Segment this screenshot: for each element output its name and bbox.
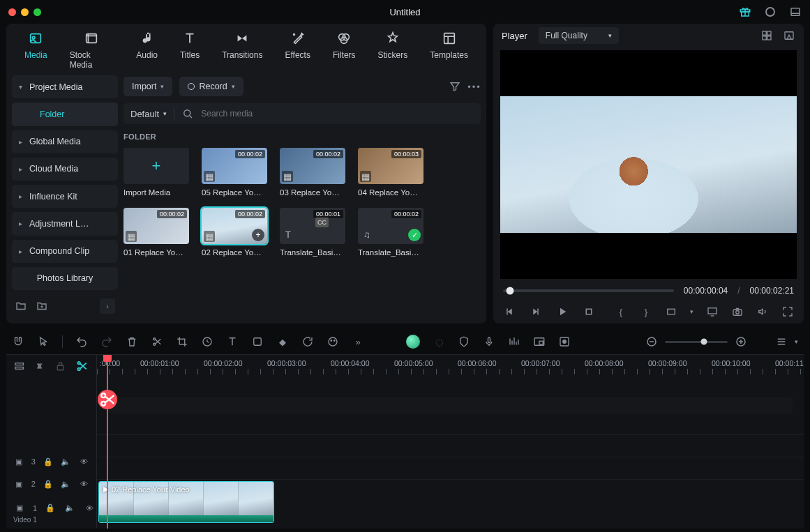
- zoom-in-icon[interactable]: [735, 335, 747, 348]
- monitor-icon[interactable]: [706, 305, 719, 318]
- sort-dropdown[interactable]: Default▾: [130, 109, 167, 119]
- clip-01[interactable]: 00:00:02▦01 Replace Yo…: [123, 208, 189, 257]
- lock-icon[interactable]: [54, 360, 66, 372]
- tab-stickers[interactable]: Stickers: [378, 31, 408, 70]
- keyframe-icon[interactable]: ◆: [276, 335, 289, 348]
- ratio-icon[interactable]: [665, 305, 677, 318]
- sidebar-project-media[interactable]: ▾Project Media: [12, 75, 118, 98]
- mic-icon[interactable]: [483, 335, 495, 348]
- sidebar-influence-kit[interactable]: ▸Influence Kit: [12, 185, 118, 208]
- minimize-window[interactable]: [21, 8, 29, 16]
- mute-icon[interactable]: 🔈: [63, 502, 76, 515]
- sidebar-global-media[interactable]: ▸Global Media: [12, 130, 118, 153]
- playhead-scissor-icon[interactable]: [98, 390, 117, 409]
- ai-avatar-icon[interactable]: [406, 335, 420, 349]
- more-icon[interactable]: •••: [468, 80, 481, 93]
- clip-translate-1[interactable]: 00:00:01TCCTranslate_Basi…: [280, 208, 345, 257]
- lock-icon[interactable]: 🔒: [44, 502, 57, 515]
- clip-02[interactable]: 00:00:02▦+02 Replace Yo…: [202, 208, 267, 257]
- pip-icon[interactable]: [533, 335, 546, 348]
- track-header-3[interactable]: ▣3🔒🔈👁: [6, 450, 96, 473]
- marker-icon[interactable]: ◌: [433, 335, 445, 348]
- link-icon[interactable]: [33, 360, 45, 372]
- stop-icon[interactable]: [583, 305, 595, 318]
- player-scrubber[interactable]: [503, 289, 674, 292]
- snapshot-view-icon[interactable]: [783, 29, 795, 42]
- mark-out-icon[interactable]: }: [640, 305, 652, 318]
- new-folder-icon[interactable]: [15, 300, 27, 312]
- eye-icon[interactable]: 👁: [78, 478, 89, 490]
- empty-track-area[interactable]: [108, 397, 793, 413]
- crop-icon[interactable]: [176, 335, 188, 348]
- volume-icon[interactable]: [756, 305, 769, 318]
- select-tool-icon[interactable]: [37, 335, 50, 348]
- audio-edit-icon[interactable]: [508, 335, 520, 348]
- playhead[interactable]: [107, 355, 108, 529]
- import-button[interactable]: Import▾: [123, 77, 172, 96]
- collapse-sidebar[interactable]: ‹: [100, 298, 115, 314]
- zoom-out-icon[interactable]: [645, 335, 658, 348]
- tab-effects[interactable]: Effects: [285, 31, 310, 70]
- text-icon[interactable]: [226, 335, 239, 348]
- fullscreen-icon[interactable]: [781, 305, 794, 318]
- clip-05[interactable]: 00:00:02▦05 Replace Yo…: [202, 148, 267, 197]
- zoom-slider[interactable]: [665, 341, 728, 343]
- mark-in-icon[interactable]: {: [615, 305, 627, 318]
- gift-icon[interactable]: [739, 6, 751, 18]
- mute-icon[interactable]: 🔈: [61, 455, 72, 468]
- track-header-2[interactable]: ▣2🔒🔈👁: [6, 473, 96, 495]
- clip-04[interactable]: 00:00:03▦04 Replace Yo…: [358, 148, 423, 197]
- rotate-icon[interactable]: [301, 335, 314, 348]
- eye-icon[interactable]: 👁: [83, 502, 96, 515]
- tab-transitions[interactable]: Transitions: [222, 31, 262, 70]
- circle-icon[interactable]: [764, 6, 777, 18]
- tab-stock-media[interactable]: Stock Media: [70, 31, 114, 70]
- tab-templates[interactable]: Templates: [430, 31, 468, 70]
- search-input[interactable]: [201, 109, 474, 119]
- sidebar-photos-library[interactable]: Photos Library: [12, 267, 118, 290]
- grid-view-icon[interactable]: [760, 29, 773, 42]
- more-tools-icon[interactable]: »: [352, 335, 364, 348]
- split-header-icon[interactable]: [75, 358, 89, 374]
- lock-icon[interactable]: 🔒: [43, 478, 54, 490]
- lock-icon[interactable]: 🔒: [43, 455, 54, 468]
- import-media-tile[interactable]: +Import Media: [123, 148, 189, 197]
- redo-icon[interactable]: [100, 335, 113, 348]
- sidebar-compound-clip[interactable]: ▸Compound Clip: [12, 240, 118, 263]
- camera-icon[interactable]: [731, 305, 744, 318]
- color-icon[interactable]: [327, 335, 339, 348]
- player-viewport[interactable]: [500, 50, 797, 279]
- close-window[interactable]: [8, 8, 16, 16]
- timeline-ruler[interactable]: :00:00 00:00:01:00 00:00:02:00 00:00:03:…: [97, 355, 804, 377]
- play-icon[interactable]: [556, 305, 569, 318]
- track-header-1[interactable]: ▣1🔒🔈👁 Video 1: [6, 495, 96, 529]
- track-2[interactable]: [97, 457, 804, 479]
- track-options-icon[interactable]: [775, 335, 788, 348]
- split-icon[interactable]: [151, 335, 163, 348]
- track-1[interactable]: ▶02 Replace Your Video: [97, 479, 804, 524]
- timeline-canvas[interactable]: :00:00 00:00:01:00 00:00:02:00 00:00:03:…: [97, 355, 804, 529]
- timeline-clip[interactable]: ▶02 Replace Your Video: [98, 481, 274, 523]
- record-button[interactable]: Record▾: [179, 77, 243, 96]
- tab-titles[interactable]: Titles: [180, 31, 200, 70]
- tab-media[interactable]: Media: [24, 31, 47, 70]
- track-3[interactable]: [97, 434, 804, 457]
- sidebar-adjustment-layer[interactable]: ▸Adjustment L…: [12, 212, 118, 235]
- clip-03[interactable]: 00:00:02▦03 Replace Yo…: [280, 148, 345, 197]
- new-bin-icon[interactable]: [36, 300, 48, 312]
- undo-icon[interactable]: [75, 335, 88, 348]
- clip-translate-2[interactable]: 00:00:02♫✓Translate_Basi…: [358, 208, 423, 257]
- speed-icon[interactable]: [201, 335, 213, 348]
- timeline-view-icon[interactable]: [13, 360, 25, 372]
- mute-icon[interactable]: 🔈: [61, 478, 72, 490]
- mask-icon[interactable]: [251, 335, 264, 348]
- filter-icon[interactable]: [449, 80, 461, 93]
- prev-frame-icon[interactable]: [503, 305, 516, 318]
- maximize-window[interactable]: [33, 8, 41, 16]
- magnet-icon[interactable]: [12, 335, 24, 348]
- next-frame-icon[interactable]: [530, 305, 542, 318]
- sidebar-cloud-media[interactable]: ▸Cloud Media: [12, 158, 118, 181]
- sidebar-folder[interactable]: Folder: [12, 102, 118, 126]
- delete-icon[interactable]: [126, 335, 138, 348]
- quality-dropdown[interactable]: Full Quality▾: [539, 27, 619, 44]
